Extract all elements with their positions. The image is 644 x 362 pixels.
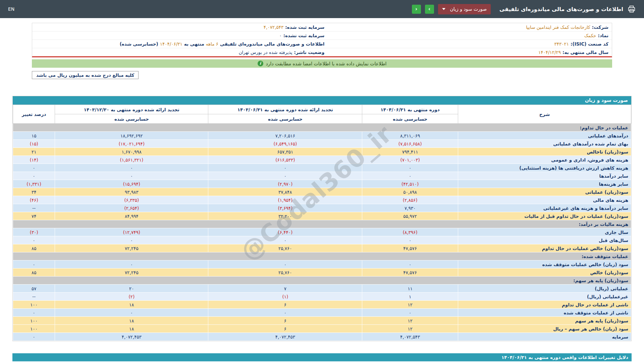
company-label: شرکت: (592, 24, 608, 30)
prev-statement-button[interactable]: › (412, 5, 421, 14)
fiscal-year-label: سال مالی منتهی به: (562, 50, 608, 55)
row-label: سود (زیان) خالص عملیات متوقف شده (458, 260, 631, 268)
row-label: سال‌های قبل (458, 236, 631, 244)
publisher-status-label: وضعیت ناشر: (294, 50, 325, 55)
amount-value: ۱۸ (55, 301, 208, 309)
amount-value: ۰ (362, 309, 458, 317)
row-label: سود(زیان) پایه هر سهم (458, 317, 631, 325)
amount-value: ۰ (208, 172, 362, 180)
amount-value: (۱۷,۰۲۱,۶۹۴) (55, 140, 208, 148)
amount-value: ۰ (362, 260, 458, 268)
col-header-period-restated-mid: تجدید ارائه شده دوره منتهی به ۱۴۰۳/۰۶/۳۱ (208, 105, 362, 114)
symbol-label: نماد: (598, 33, 608, 38)
percent-change-value: ۰ (13, 260, 55, 268)
section-header-label: عملیات در حال تداوم: (13, 124, 631, 132)
row-label: هزینه های فروش، اداری و عمومی (458, 156, 631, 164)
section-header-label: عملیات متوقف شده: (13, 252, 631, 260)
info-row: کد صنعت (ISIC): ۳۴۳۰۲۱ اطلاعات و صورت‌ها… (32, 40, 612, 48)
row-label: سایر درآمدها (458, 172, 631, 180)
chevron-right-icon: ‹ (428, 6, 430, 12)
statement-row: سود(زیان) عملیات در حال تداوم قبل از مال… (13, 212, 631, 220)
amount-value: ۶ (208, 325, 362, 333)
row-label: هزینه کاهش ارزش دریافتنی ها (هزینه استثن… (458, 164, 631, 172)
amount-value: ۰ (55, 236, 208, 244)
unit-note-row: کلیه مبالغ درج شده به میلیون ریال می باش… (32, 71, 612, 79)
statement-type-select[interactable]: صورت سود و زیان (438, 4, 491, 14)
amount-value: (۶۱۶,۵۳۳) (208, 156, 362, 164)
amount-value: ۳۲,۲۰۰ (208, 212, 362, 220)
signature-match-banner: اطلاعات نمایش داده شده با اطلاعات امضا ش… (32, 59, 612, 68)
statement-row: ناشی از عملیات در حال تداوم۱۲۶۱۸۱۰۰ (13, 301, 631, 309)
report-line-date: ۱۴۰۴/۰۶/۳۱ (160, 41, 182, 47)
section-header-label: سود(زیان) پایه هر سهم: (13, 277, 631, 285)
registered-capital-label: سرمایه ثبت شده: (285, 24, 324, 30)
amount-value: ۱۸ (55, 317, 208, 325)
amount-value: ۰ (362, 236, 458, 244)
percent-change-value: ۱۰۰ (13, 301, 55, 309)
row-label: سایر درآمدها و هزینه های غیرعملیاتی (458, 204, 631, 212)
percent-change-value: (۱,۳۳۱) (13, 180, 55, 188)
unregistered-capital-label: سرمایه ثبت نشده: (283, 33, 325, 38)
percent-change-value: (۳۰) (13, 228, 55, 236)
amount-value: ۰ (55, 164, 208, 172)
statement-row: هزینه های مالی(۲,۸۵۶)(۱,۹۵۴)(۶,۳۳۵)(۴۶) (13, 196, 631, 204)
header-row-periods: شرح دوره منتهی به ۱۴۰۴/۰۶/۳۱ تجدید ارائه… (13, 105, 631, 114)
statement-row: بهای تمام شده درآمدهای عملیاتی(۷,۵۱۶,۶۵۸… (13, 140, 631, 148)
statement-row: ناشی از عملیات متوقف شده۰۰۰۰ (13, 309, 631, 317)
percent-change-value: ۷۴ (13, 212, 55, 220)
amount-value: (۲,۶۵۴) (55, 204, 208, 212)
row-label: غیرعملیاتی (ریال) (458, 293, 631, 301)
statement-row: سود(زیان) ناخالص۷۹۴,۴۱۱۶۵۷,۳۵۱۱,۶۷۰,۹۹۸۲… (13, 148, 631, 156)
amount-value: (۴۲,۵۱۰) (362, 180, 458, 188)
table-title-bar: صورت سود و زیان (13, 96, 631, 105)
row-label: بهای تمام شده درآمدهای عملیاتی (458, 140, 631, 148)
amount-value: ۵۰,۸۹۸ (362, 188, 458, 196)
amount-value: ۴,۰۷۲,۴۵۳ (55, 333, 208, 341)
amount-value: ۰ (55, 260, 208, 268)
language-toggle[interactable]: EN (8, 6, 14, 12)
amount-value: ۷ (208, 285, 362, 293)
col-header-period-restated-year: تجدید ارائه شده دوره منتهی به ۱۴۰۳/۱۲/۳۰ (55, 105, 208, 114)
amount-value: ۴۷,۵۷۶ (362, 268, 458, 277)
publisher-status-value: پذیرفته شده در بورس تهران (239, 50, 292, 55)
row-label: سود(زیان) خالص عملیات در حال تداوم (458, 244, 631, 252)
percent-change-value: ۱۰۰ (13, 325, 55, 333)
amount-value: (۱,۵۶۱,۳۲۱) (55, 156, 208, 164)
income-statement-table: شرح دوره منتهی به ۱۴۰۴/۰۶/۳۱ تجدید ارائه… (13, 105, 631, 341)
next-statement-button[interactable]: ‹ (425, 5, 434, 14)
amount-value: (۲) (55, 293, 208, 301)
row-label: هزینه های مالی (458, 196, 631, 204)
info-row: سال مالی منتهی به: ۱۴۰۴/۱۲/۲۹ وضعیت ناشر… (32, 48, 612, 56)
amount-value: (۲,۹۷۰) (208, 180, 362, 188)
currency-unit-note: کلیه مبالغ درج شده به میلیون ریال می باش… (32, 71, 139, 79)
amount-value: ۰ (208, 236, 362, 244)
amount-value: ۴۷,۵۷۶ (362, 244, 458, 252)
percent-change-value: ۲۱ (13, 148, 55, 156)
report-icon[interactable] (627, 5, 636, 13)
info-icon: i (258, 61, 263, 66)
amount-value: ۰ (362, 164, 458, 172)
row-label: سود(زیان) خالص (458, 268, 631, 277)
company-value[interactable]: کارخانجات کمک فنر ایندامین سایپا (526, 24, 590, 30)
page-title: اطلاعات و صورت‌های مالی میاندوره‌ای تلفی… (499, 6, 623, 12)
signature-match-text: اطلاعات نمایش داده شده با اطلاعات امضا ش… (266, 61, 387, 66)
percent-change-value: (۱۴) (13, 156, 55, 164)
statement-row: سایر هزینه‌ها(۴۲,۵۱۰)(۲,۹۷۰)(۱۵,۶۹۴)(۱,۳… (13, 180, 631, 188)
unregistered-capital-value: ۰ (279, 33, 281, 38)
percent-change-value: ۸۵ (13, 244, 55, 252)
row-label: سود (زیان) خالص هر سهم – ریال (458, 325, 631, 333)
col-subheader-audited: حسابرسی شده (208, 114, 362, 124)
amount-value: ۰ (362, 172, 458, 180)
report-line-part1: اطلاعات و صورت‌های مالی میاندوره‌ای تلفی… (220, 41, 324, 47)
statement-row: سایر درآمدها۰۰۰۰ (13, 172, 631, 180)
statement-row: سال جاری(۸,۳۹۶)(۶,۴۴۰)(۱۲,۷۴۹)(۳۰) (13, 228, 631, 236)
amount-value: (۳,۶۹۴) (208, 204, 362, 212)
isic-value: ۳۴۳۰۲۱ (554, 41, 569, 47)
amount-value: ۶ (208, 301, 362, 309)
amount-value: ۷۲,۲۴۵ (55, 268, 208, 277)
amount-value: ۹۳,۹۸۳ (55, 188, 208, 196)
percent-change-value: ۰ (13, 164, 55, 172)
percent-change-value: ۰ (13, 236, 55, 244)
income-statement-section: صورت سود و زیان شرح دوره منتهی به ۱۴۰۴/۰… (12, 96, 632, 341)
amount-value: (۱) (208, 293, 362, 301)
